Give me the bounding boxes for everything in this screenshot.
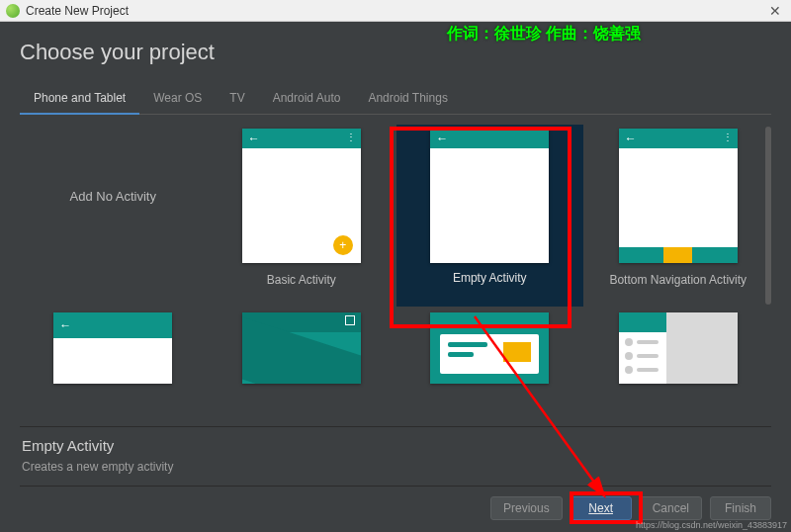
appbar-icon: ← [53, 312, 172, 338]
template-fragment-viewmodel[interactable]: ← [20, 309, 207, 399]
annotation-arrow [455, 307, 653, 514]
template-thumb: Add No Activity [53, 129, 172, 263]
watermark-chinese: 作词：徐世珍 作曲：饶善强 [447, 24, 641, 44]
diagonal-decor [242, 312, 361, 384]
template-label: Empty Activity [453, 263, 527, 291]
android-studio-icon [6, 4, 20, 18]
template-bottom-nav[interactable]: ← ⋮ Bottom Navigation Activity [585, 125, 772, 307]
template-thumb: ← [242, 312, 361, 384]
template-thumb: ← [53, 312, 172, 384]
svg-line-0 [475, 316, 603, 494]
close-icon[interactable]: ✕ [765, 3, 785, 19]
template-thumb: ← ⋮ + [242, 129, 361, 263]
template-fullscreen[interactable]: ← [209, 309, 396, 399]
back-arrow-icon: ← [59, 318, 71, 332]
detail-title: Empty Activity [22, 437, 769, 454]
tab-phone-tablet[interactable]: Phone and Tablet [20, 85, 139, 115]
template-gallery-wrap: Add No Activity ← ⋮ + Basic Activity ← [20, 119, 771, 426]
template-label: Bottom Navigation Activity [609, 263, 747, 287]
template-gallery[interactable]: Add No Activity ← ⋮ + Basic Activity ← [20, 119, 771, 405]
template-thumb: ← [430, 129, 549, 263]
gallery-scrollbar[interactable] [765, 127, 771, 305]
back-arrow-icon: ← [248, 132, 260, 145]
appbar-icon: ← ⋮ [619, 129, 738, 148]
appbar-icon: ← [430, 129, 549, 148]
overflow-icon: ⋮ [723, 132, 732, 142]
detail-desc: Creates a new empty activity [22, 460, 769, 474]
template-no-activity[interactable]: Add No Activity [20, 125, 207, 307]
template-detail: Empty Activity Creates a new empty activ… [20, 426, 771, 486]
back-arrow-icon: ← [436, 132, 448, 145]
template-thumb: ← ⋮ [619, 129, 738, 263]
tab-wear-os[interactable]: Wear OS [139, 85, 216, 115]
watermark-url: https://blog.csdn.net/weixin_43883917 [636, 520, 787, 530]
template-label: Add No Activity [70, 189, 156, 204]
bottom-nav-icon [619, 247, 738, 263]
finish-button[interactable]: Finish [710, 496, 771, 520]
appbar-icon: ← ⋮ [242, 129, 361, 148]
page-heading: Choose your project [20, 40, 771, 65]
device-tabs: Phone and Tablet Wear OS TV Android Auto… [20, 85, 771, 115]
template-basic-activity[interactable]: ← ⋮ + Basic Activity [209, 125, 396, 307]
window-title: Create New Project [26, 4, 765, 18]
tab-tv[interactable]: TV [216, 85, 258, 115]
wizard-body: Choose your project Phone and Tablet Wea… [0, 22, 791, 532]
template-empty-activity[interactable]: ← Empty Activity [396, 125, 583, 307]
template-label: Basic Activity [267, 263, 336, 287]
tab-android-things[interactable]: Android Things [354, 85, 462, 115]
back-arrow-icon: ← [625, 132, 637, 145]
tab-android-auto[interactable]: Android Auto [259, 85, 355, 115]
window-titlebar: Create New Project ✕ [0, 0, 791, 22]
overflow-icon: ⋮ [346, 132, 355, 142]
fab-icon: + [333, 235, 353, 255]
